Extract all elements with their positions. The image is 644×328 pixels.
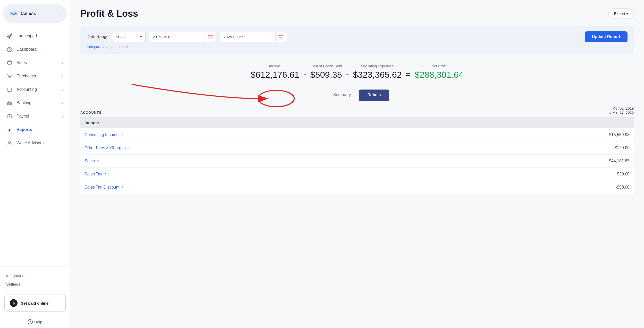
accounts-header: ACCOUNTS Apr 02, 2019 to Mar 27, 2020 [80,101,634,118]
sales-tax-discount-link[interactable]: Sales Tax Discount ↗ [84,185,124,190]
sidebar-item-label: Banking [16,101,31,105]
start-date-calendar-icon[interactable]: 📅 [205,32,216,42]
sidebar-item-dashboard[interactable]: Dashboard [0,43,70,56]
filter-row: Date Range 2020 2019 2018 Custom ▼ 📅 📅 U… [87,31,628,42]
svg-rect-17 [9,129,10,131]
cogs-label: Cost of Goods Sold [310,64,342,68]
summary-row: Income $612,176.61 - Cost of Goods Sold … [80,61,634,82]
external-link-icon: ↗ [120,133,123,137]
net-label: Net Profit [415,64,463,68]
wave-logo-icon [8,9,18,19]
get-paid-label: Get paid online [21,301,48,305]
cogs-value: $509.35 [310,70,342,80]
export-button[interactable]: Export ▾ [608,8,634,19]
sidebar-item-label: Dashboard [16,47,37,52]
sidebar-item-label: Wave Advisors [16,141,44,145]
svg-rect-18 [11,128,11,131]
reports-icon [6,126,13,133]
svg-rect-16 [8,130,9,131]
opex-value: $323,365.62 [353,70,402,80]
sidebar-item-wave-advisors[interactable]: Wave Advisors [0,136,70,150]
banking-icon [6,100,13,106]
sidebar-bottom-links: Integrations Settings [0,269,70,290]
sidebar-item-label: Launchpad [16,34,37,38]
sidebar-item-banking[interactable]: Banking ∨ [0,96,70,110]
help-link[interactable]: ? Help [0,316,70,328]
accounting-chevron-icon: ∨ [61,88,64,92]
wave-advisors-icon [6,140,13,146]
sales-link[interactable]: Sales ↗ [84,159,99,163]
consulting-income-link[interactable]: Consulting Income ↗ [84,132,123,137]
filter-bar: Date Range 2020 2019 2018 Custom ▼ 📅 📅 U… [80,26,634,54]
sidebar-item-accounting[interactable]: Accounting ∨ [0,83,70,96]
update-report-button[interactable]: Update Report [585,31,628,42]
income-block: Income $612,176.61 [251,64,299,80]
table-row: Consulting Income ↗ $15,559.98 [80,128,634,141]
svg-rect-4 [7,61,12,64]
sidebar-item-purchases[interactable]: Purchases ∨ [0,69,70,83]
op1: - [303,69,306,79]
table-row: Sales ↗ $44,181.85 [80,155,634,168]
svg-point-5 [9,77,10,78]
equals-sign: = [406,69,411,79]
settings-link[interactable]: Settings [6,280,64,288]
external-link-icon: ↗ [96,159,99,163]
sidebar-item-label: Accounting [16,87,37,92]
compare-link[interactable]: Compare to a prior period [87,45,128,49]
sidebar-item-launchpad[interactable]: 🚀 Launchpad [0,29,70,43]
income-value: $612,176.61 [251,70,299,80]
end-date-input[interactable] [220,32,275,42]
other-fees-amount: $120.00 [615,146,630,150]
start-date-input[interactable] [149,32,205,42]
get-paid-button[interactable]: $ Get paid online [4,295,66,312]
opex-label: Operating Expenses [353,64,402,68]
sales-amount: $44,181.85 [609,159,630,163]
svg-point-2 [9,49,10,50]
tab-details[interactable]: Details [359,90,389,101]
launchpad-icon: 🚀 [6,33,13,39]
start-date-wrapper: 📅 [149,32,216,42]
consulting-income-amount: $15,559.98 [609,132,630,137]
sidebar-item-label: Purchases [16,74,36,78]
dashboard-icon [6,46,13,53]
external-link-icon: ↗ [127,146,130,150]
sales-tax-discount-amount: -$50.00 [616,185,630,190]
help-icon: ? [28,319,33,324]
end-date-calendar-icon[interactable]: 📅 [275,32,287,42]
purchases-chevron-icon: ∨ [61,74,64,78]
end-date-wrapper: 📅 [220,32,287,42]
other-fees-link[interactable]: Other Fees & Charges ↗ [84,146,130,150]
date-range-display: Apr 02, 2019 to Mar 27, 2020 [608,106,634,114]
sales-chevron-icon: ∨ [61,61,64,65]
income-label: Income [251,64,299,68]
net-value: $288,301.64 [415,70,463,80]
net-profit-block: Net Profit $288,301.64 [415,64,463,80]
company-chevron-icon: › [60,12,62,16]
purchases-icon [6,73,13,79]
page-title: Profit & Loss [80,8,138,19]
date-range-label: Date Range [87,34,108,39]
main-content: Profit & Loss Export ▾ Date Range 2020 2… [70,0,644,328]
sidebar-item-label: Payroll [16,114,29,119]
accounts-table: ACCOUNTS Apr 02, 2019 to Mar 27, 2020 In… [80,101,634,194]
external-link-icon: ↗ [121,185,124,189]
sidebar: Callie's › 🚀 Launchpad Dashboard Sales ∨ [0,0,70,328]
svg-rect-7 [8,88,11,92]
year-select-wrapper: 2020 2019 2018 Custom ▼ [112,32,146,42]
year-select[interactable]: 2020 2019 2018 Custom [112,32,146,42]
op2: - [346,69,349,79]
sales-tax-link[interactable]: Sales Tax ↗ [84,172,106,176]
help-label: Help [34,320,42,324]
svg-point-6 [10,77,11,78]
get-paid-icon: $ [10,299,18,307]
opex-block: Operating Expenses $323,365.62 [353,64,402,80]
sidebar-item-sales[interactable]: Sales ∨ [0,56,70,69]
page-header: Profit & Loss Export ▾ [80,8,634,19]
sidebar-item-reports[interactable]: Reports [0,123,70,136]
main-nav: 🚀 Launchpad Dashboard Sales ∨ Purchases … [0,27,70,264]
tab-summary[interactable]: Summary [325,90,359,101]
integrations-link[interactable]: Integrations [6,271,64,280]
income-section-header: Income [80,118,634,128]
company-logo-button[interactable]: Callie's › [3,4,67,23]
sidebar-item-payroll[interactable]: Payroll ∨ [0,110,70,123]
